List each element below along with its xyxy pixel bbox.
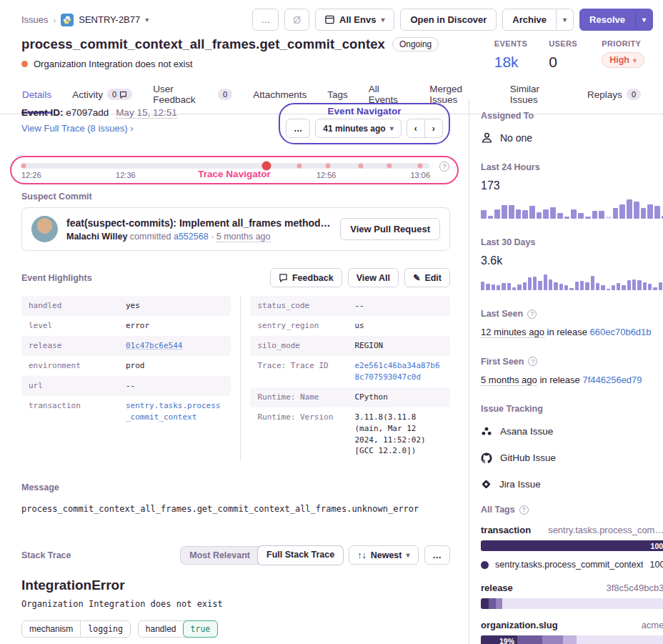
- kv-value[interactable]: e2e561c46ba34a87b68c707593047c0d: [354, 360, 443, 383]
- event-highlights-left-table: handledyeslevelerrorrelease01c47bc6e544e…: [21, 296, 231, 461]
- trace-navigator-annotation: 12:2612:3612:5613:06 Trace Navigator ?: [10, 156, 459, 184]
- tag-distribution-bar[interactable]: 100%: [481, 540, 663, 551]
- tag-distribution-bar[interactable]: 19%: [481, 635, 663, 644]
- tag-bar-segment: [563, 635, 577, 644]
- event-id-value[interactable]: e7097add: [66, 107, 109, 118]
- chevron-down-icon: ▾: [642, 16, 646, 24]
- tag-header[interactable]: release3f8c5c49bcb3▾: [481, 583, 663, 593]
- kv-value: 3.11.8(3.11.8 (main, Mar 12 2024, 11:52:…: [354, 412, 443, 457]
- chart-bar: [569, 288, 573, 290]
- archive-dropdown-button[interactable]: ▾: [557, 9, 574, 31]
- tag-header[interactable]: transactionsentry.tasks.process_com…▴: [481, 525, 663, 535]
- last-24-hours-count[interactable]: 173: [481, 179, 663, 192]
- resolve-dropdown-button[interactable]: ▾: [635, 9, 653, 31]
- event-time-dropdown[interactable]: 41 minutes ago▾: [315, 119, 401, 138]
- breadcrumb-short-id[interactable]: SENTRY-2B77: [79, 14, 140, 25]
- tag-name: transaction: [481, 525, 531, 535]
- issue-tracking-item-github[interactable]: GitHub Issue+: [481, 452, 663, 464]
- resolve-button[interactable]: Resolve: [579, 9, 635, 31]
- chart-bar: [529, 206, 535, 219]
- users-count[interactable]: 0: [549, 54, 580, 71]
- chart-bar: [509, 205, 514, 219]
- trace-event-dot[interactable]: [387, 164, 392, 169]
- last-seen-heading: Last Seen?: [481, 309, 663, 319]
- trace-event-dot[interactable]: [296, 164, 301, 169]
- view-all-button[interactable]: View All: [348, 268, 399, 287]
- trace-timeline-track[interactable]: [21, 163, 430, 169]
- last-24-hours-chart[interactable]: [481, 199, 663, 219]
- chart-bar: [653, 287, 657, 290]
- trace-event-dot[interactable]: [358, 164, 363, 169]
- issue-tracking-item-jira[interactable]: Jira Issue+: [481, 478, 663, 490]
- most-relevant-toggle[interactable]: Most Relevant: [181, 547, 259, 564]
- last-seen-release-link[interactable]: 660ec70b6d1b: [590, 327, 652, 337]
- environment-selector-button[interactable]: All Envs▾: [315, 9, 394, 31]
- priority-dropdown[interactable]: High▾: [602, 52, 644, 68]
- trace-navigator-label: Trace Navigator: [11, 169, 457, 179]
- chevron-down-icon: ▾: [563, 16, 567, 24]
- first-seen-release-link[interactable]: 7f446256ed79: [582, 375, 642, 385]
- feedback-button[interactable]: Feedback: [270, 268, 342, 287]
- last-30-days-chart[interactable]: [481, 274, 663, 290]
- chart-bar: [648, 284, 652, 290]
- stack-trace-view-toggle: Most Relevant Full Stack Trace: [180, 546, 343, 565]
- full-stack-trace-toggle[interactable]: Full Stack Trace: [258, 546, 343, 565]
- events-count[interactable]: 18k: [494, 54, 527, 71]
- tag-top-value: acme: [642, 620, 663, 630]
- events-label: EVENTS: [494, 39, 527, 48]
- suspect-commit-heading: Suspect Commit: [21, 192, 450, 202]
- chart-bar: [596, 283, 599, 290]
- mute-button[interactable]: Ø: [284, 9, 309, 31]
- view-pull-request-button[interactable]: View Pull Request: [340, 218, 440, 240]
- trace-event-dot[interactable]: [21, 164, 26, 169]
- kv-key: release: [29, 340, 126, 352]
- chart-bar: [585, 282, 589, 290]
- tag-header[interactable]: organization.slugacme▾: [481, 620, 663, 630]
- chart-bar: [557, 213, 563, 219]
- chart-bar: [612, 285, 615, 290]
- chevron-down-icon[interactable]: ▾: [145, 16, 149, 24]
- kv-value[interactable]: sentry.tasks.process_commit_context: [126, 400, 224, 423]
- first-seen-value: 5 months ago in release 7f446256ed79: [481, 373, 663, 387]
- prev-event-button[interactable]: ‹: [407, 119, 425, 138]
- trace-event-dot[interactable]: [417, 164, 422, 169]
- kv-value: prod: [126, 360, 145, 372]
- event-highlight-row: release01c47bc6e544: [21, 336, 231, 356]
- stack-trace-heading: Stack Trace: [21, 550, 71, 560]
- kv-value[interactable]: 01c47bc6e544: [126, 340, 182, 352]
- person-icon: [481, 132, 493, 144]
- chart-bar: [507, 283, 511, 290]
- assignee-selector[interactable]: No one ▾: [481, 132, 663, 144]
- commit-sha-link[interactable]: a552568: [174, 232, 209, 242]
- event-highlight-row: Runtime: Version3.11.8(3.11.8 (main, Mar…: [250, 407, 450, 462]
- trace-event-dot[interactable]: [326, 164, 331, 169]
- tag-name: organization.slug: [481, 620, 558, 630]
- archive-button[interactable]: Archive: [502, 9, 557, 31]
- edit-button[interactable]: ✎ Edit: [404, 268, 450, 287]
- chart-bar: [488, 216, 494, 219]
- breadcrumb-issues-link[interactable]: Issues: [21, 14, 49, 25]
- stack-more-button[interactable]: …: [424, 545, 451, 565]
- chart-bar: [571, 209, 577, 219]
- tag-legend-row[interactable]: sentry.tasks.process_commit_context100%: [481, 560, 663, 570]
- issue-title: process_commit_context_all_frames.get_co…: [21, 36, 385, 52]
- kv-value: --: [354, 300, 364, 312]
- last-30-days-count[interactable]: 3.6k: [481, 254, 663, 267]
- event-highlight-row: url--: [21, 376, 231, 396]
- issue-tracking-item-asana[interactable]: Asana Issue+: [481, 425, 663, 437]
- open-in-discover-button[interactable]: Open in Discover: [400, 9, 497, 31]
- tag-distribution-bar[interactable]: [481, 598, 663, 609]
- event-highlight-row: levelerror: [21, 316, 231, 336]
- more-actions-button[interactable]: …: [252, 9, 279, 31]
- next-event-button[interactable]: ›: [425, 119, 443, 138]
- message-text: process_commit_context_all_frames.get_co…: [21, 504, 450, 514]
- priority-label: PRIORITY: [602, 39, 644, 48]
- event-date[interactable]: May 15, 12:51: [116, 107, 177, 119]
- sort-dropdown[interactable]: ↑↓ Newest▾: [349, 545, 418, 565]
- kv-key: Trace: Trace ID: [257, 360, 354, 383]
- error-level-dot: [21, 61, 28, 67]
- help-icon[interactable]: ?: [439, 162, 449, 172]
- mechanism-pill: mechanismlogging: [21, 620, 131, 638]
- view-full-trace-link[interactable]: View Full Trace (8 issues) ›: [21, 123, 134, 134]
- event-more-button[interactable]: …: [286, 119, 310, 138]
